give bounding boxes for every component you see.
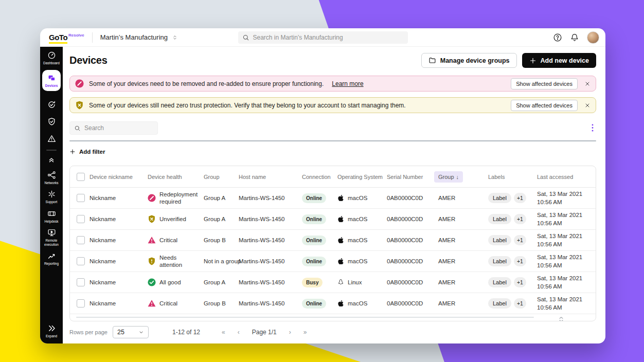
sidebar-expand-button[interactable]: Expand [40, 324, 63, 338]
column-device-nickname[interactable]: Device nickname [90, 174, 148, 180]
device-health-label: All good [159, 279, 181, 286]
row-checkbox[interactable] [77, 278, 85, 286]
logo-goto-text: GoTo [49, 33, 67, 44]
label-pill[interactable]: Label [488, 298, 511, 309]
region-group: AMER [438, 279, 488, 285]
table-header-row: Device nickname Device health Group Host… [70, 166, 596, 188]
column-last-accessed[interactable]: Last accessed [537, 174, 596, 180]
page-indicator: Page 1/1 [252, 329, 277, 336]
shield-alert-icon [148, 257, 156, 265]
sidebar-item-alerts[interactable] [40, 130, 63, 147]
label-pill[interactable]: Label [488, 214, 511, 224]
sidebar-item-support[interactable]: Support [40, 190, 63, 204]
banner-warning: Some of your devices still need zero tru… [69, 97, 596, 113]
column-serial-number[interactable]: Serial Number [387, 174, 438, 180]
column-group-sorted[interactable]: Group ↓ [434, 171, 463, 183]
previous-page-button[interactable]: ‹ [238, 329, 240, 336]
scrollbar-track[interactable] [76, 317, 534, 318]
column-labels[interactable]: Labels [488, 174, 537, 180]
os-label: macOS [348, 216, 367, 222]
sidebar-item-devices[interactable]: Devices [42, 70, 61, 91]
serial-number: 0AB0000C0D [387, 237, 438, 243]
global-search[interactable] [238, 31, 408, 44]
table-row[interactable]: Nickname Critical Group B Martins-WS-145… [70, 230, 596, 251]
last-accessed-date: Sat, 13 Mar 2021 [537, 253, 593, 261]
grip-icon[interactable] [559, 315, 564, 320]
global-search-input[interactable] [253, 34, 404, 41]
table-search-input[interactable] [84, 124, 153, 132]
sidebar-item-sessions[interactable] [40, 96, 63, 113]
kebab-menu-icon[interactable] [589, 124, 596, 132]
next-page-button[interactable]: › [289, 329, 291, 336]
host-name: Martins-WS-1450 [239, 279, 302, 285]
sidebar-item-networks[interactable]: Networks [40, 171, 63, 185]
row-checkbox[interactable] [77, 215, 85, 223]
host-name: Martins-WS-1450 [239, 258, 302, 264]
table-row[interactable]: Nickname Redeployment required Group A M… [70, 188, 596, 209]
label-pill[interactable]: Label [488, 277, 511, 287]
horizontal-scrollbar[interactable] [70, 314, 596, 321]
close-icon[interactable] [584, 102, 591, 108]
column-device-health[interactable]: Device health [148, 174, 204, 180]
show-affected-devices-button[interactable]: Show affected devices [511, 78, 578, 89]
last-accessed: Sat, 13 Mar 2021 10:56 AM [537, 295, 596, 312]
region-group: AMER [438, 195, 488, 201]
add-new-device-button[interactable]: Add new device [522, 53, 596, 68]
more-labels-pill[interactable]: +1 [514, 193, 526, 203]
rows-per-page-select[interactable]: 25 [113, 326, 149, 338]
help-icon[interactable] [553, 33, 562, 42]
sidebar-item-helpdesk[interactable]: Helpdesk [40, 209, 63, 224]
table-row[interactable]: Nickname Needs attention Not in a group … [70, 251, 596, 272]
rows-per-page-label: Rows per page [69, 329, 108, 335]
label-pill[interactable]: Label [488, 193, 511, 203]
last-accessed-date: Sat, 13 Mar 2021 [537, 211, 593, 219]
column-operating-system[interactable]: Operating System [337, 174, 387, 180]
close-icon[interactable] [584, 81, 591, 87]
connection-badge: Online [302, 193, 326, 203]
learn-more-link[interactable]: Learn more [332, 80, 363, 87]
first-page-button[interactable]: « [222, 329, 225, 336]
show-affected-devices-button[interactable]: Show affected devices [511, 100, 578, 111]
manage-device-groups-button[interactable]: Manage device groups [421, 53, 517, 68]
org-selector[interactable]: Martin’s Manufacturing [100, 32, 178, 43]
more-labels-pill[interactable]: +1 [514, 235, 526, 245]
row-checkbox[interactable] [77, 257, 85, 265]
table-row[interactable]: Nickname Unverified Group A Martins-WS-1… [70, 209, 596, 230]
device-group: Group B [204, 237, 239, 243]
bell-icon[interactable] [570, 33, 579, 42]
devices-table: Device nickname Device health Group Host… [69, 166, 596, 321]
row-checkbox[interactable] [77, 236, 85, 244]
pagination-range: 1-12 of 12 [172, 329, 200, 336]
sidebar-item-protection[interactable] [40, 113, 63, 130]
column-connection[interactable]: Connection [302, 174, 337, 180]
table-row[interactable]: Nickname All good Group A Martins-WS-145… [70, 272, 596, 293]
more-labels-pill[interactable]: +1 [514, 256, 526, 266]
avatar[interactable] [587, 31, 599, 44]
more-labels-pill[interactable]: +1 [514, 298, 526, 309]
add-filter-button[interactable]: Add filter [69, 149, 105, 155]
more-labels-pill[interactable]: +1 [514, 277, 526, 287]
more-labels-pill[interactable]: +1 [514, 214, 526, 224]
row-checkbox[interactable] [77, 299, 85, 307]
sidebar-item-dashboard[interactable]: Dashboard [40, 51, 63, 65]
table-row[interactable]: Nickname Critical Group B Martins-WS-145… [70, 293, 596, 314]
logo-resolve-text: Resolve [68, 33, 84, 38]
row-checkbox[interactable] [77, 194, 85, 202]
select-all-checkbox[interactable] [77, 173, 85, 181]
last-page-button[interactable]: » [303, 329, 307, 336]
label-pill[interactable]: Label [488, 235, 511, 245]
circle-slash-icon [148, 194, 156, 202]
label-pill[interactable]: Label [488, 256, 511, 266]
last-accessed-date: Sat, 13 Mar 2021 [537, 232, 593, 240]
goto-logo: GoToResolve [49, 33, 84, 42]
os-label: macOS [348, 300, 367, 306]
sidebar-item-reporting[interactable]: Reporting [40, 251, 63, 266]
sidebar-item-remote-execution[interactable]: Remote execution [40, 228, 63, 247]
triangle-alert-icon [148, 299, 156, 307]
last-accessed-time: 10:56 AM [537, 282, 593, 291]
double-chevron-up-icon[interactable] [47, 155, 56, 164]
column-group[interactable]: Group [204, 174, 239, 180]
table-search[interactable] [69, 121, 158, 135]
column-host-name[interactable]: Host name [239, 174, 302, 180]
sidebar-item-label: Networks [44, 181, 58, 185]
